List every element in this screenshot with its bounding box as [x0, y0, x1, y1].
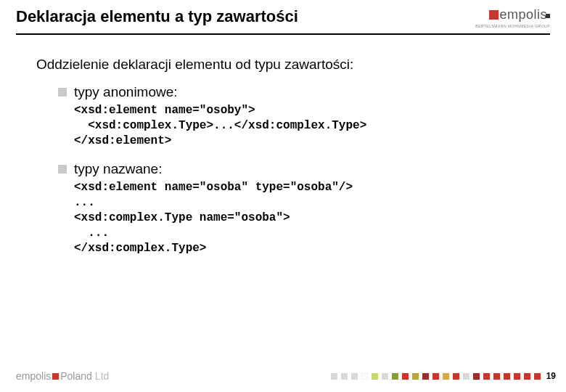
- square-bullet-icon: [58, 88, 67, 97]
- square-bullet-icon: [58, 165, 67, 173]
- page-number: 19: [546, 371, 556, 381]
- footer-dot-icon: [361, 373, 368, 380]
- bullet-label-1: typy anonimowe:: [74, 84, 178, 100]
- logo-top: empolis: [475, 7, 550, 23]
- footer-dot-icon: [412, 373, 419, 380]
- bullet-label-2: typy nazwane:: [74, 161, 162, 177]
- footer-dot-icon: [331, 373, 337, 380]
- footer-dot-icon: [372, 373, 378, 380]
- footer-dot-icon: [473, 373, 480, 380]
- footer-dots: [331, 373, 541, 380]
- footer-logo: empolis Poland Ltd: [16, 370, 109, 382]
- slide-header: Deklaracja elementu a typ zawartości emp…: [0, 0, 566, 33]
- footer-dot-icon: [351, 373, 358, 380]
- footer-dot-icon: [402, 373, 409, 380]
- footer-dot-icon: [524, 373, 530, 380]
- footer-dot-icon: [392, 373, 398, 380]
- code-block-1: <xsd:element name="osoby"> <xsd:complex.…: [74, 103, 530, 148]
- lead-text: Oddzielenie deklaracji elementu od typu …: [36, 57, 530, 73]
- footer-dot-icon: [443, 373, 449, 380]
- logo-accent-icon: [546, 14, 550, 18]
- footer-dot-icon: [432, 373, 439, 380]
- footer-right: 19: [331, 371, 556, 381]
- footer-dot-icon: [493, 373, 500, 380]
- footer-dot-icon: [382, 373, 388, 380]
- code-block-2: <xsd:element name="osoba" type="osoba"/>…: [74, 180, 530, 256]
- slide-title: Deklaracja elementu a typ zawartości: [16, 7, 298, 33]
- logo-square-icon: [489, 10, 499, 20]
- bullet-item-1: typy anonimowe:: [58, 84, 530, 100]
- footer-dot-icon: [504, 373, 510, 380]
- footer-dot-icon: [483, 373, 490, 380]
- brand-logo: empolis BERTELSMANN MOHNMEDIA GROUP: [475, 7, 550, 28]
- footer-dot-icon: [453, 373, 459, 380]
- footer-logo-a: empolis: [16, 370, 51, 382]
- footer-dot-icon: [422, 373, 429, 380]
- logo-subtext: BERTELSMANN MOHNMEDIA GROUP: [475, 24, 550, 28]
- logo-text: empolis: [499, 7, 547, 23]
- footer-dot-icon: [534, 373, 541, 380]
- footer-square-icon: [52, 373, 59, 380]
- footer-dot-icon: [463, 373, 469, 380]
- footer-logo-c: Ltd: [95, 370, 109, 382]
- footer-dot-icon: [514, 373, 520, 380]
- bullet-item-2: typy nazwane:: [58, 161, 530, 177]
- slide-content: Oddzielenie deklaracji elementu od typu …: [0, 35, 566, 256]
- footer-logo-b: Poland: [60, 370, 92, 382]
- slide-footer: empolis Poland Ltd 19: [16, 370, 556, 382]
- footer-dot-icon: [341, 373, 348, 380]
